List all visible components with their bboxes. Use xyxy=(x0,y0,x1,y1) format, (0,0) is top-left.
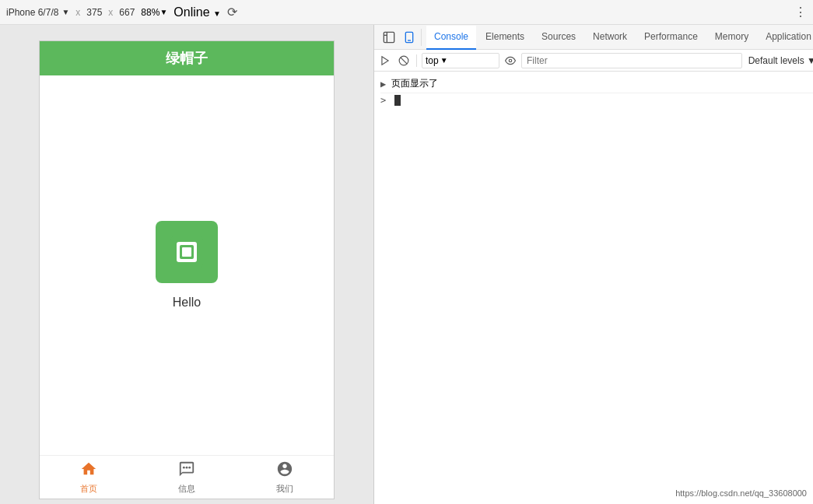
devtools-icon-group xyxy=(377,29,422,46)
console-prompt: > xyxy=(380,95,391,106)
width-value: 375 xyxy=(86,7,102,18)
svg-rect-10 xyxy=(405,32,412,42)
tab-performance-label: Performance xyxy=(644,31,698,42)
svg-line-14 xyxy=(401,57,407,63)
console-msg-text-0: 页面显示了 xyxy=(391,76,438,90)
tab-memory[interactable]: Memory xyxy=(707,26,756,50)
hello-text: Hello xyxy=(173,296,201,310)
phone-body: Hello xyxy=(40,75,334,455)
console-body: ▶ 页面显示了 > xyxy=(374,72,813,504)
svg-rect-3 xyxy=(182,247,191,257)
message-tab-label: 信息 xyxy=(178,483,195,495)
svg-point-6 xyxy=(188,466,191,468)
devtools-tabs: Console Elements Sources Network Perform… xyxy=(374,25,813,50)
console-cursor xyxy=(394,95,401,106)
phone-footer: 首页 信息 xyxy=(40,455,334,499)
app-icon xyxy=(156,221,218,283)
tab-home[interactable]: 首页 xyxy=(65,460,112,495)
device-emulation-button[interactable] xyxy=(401,29,418,46)
default-levels-selector[interactable]: Default levels ▼ xyxy=(745,55,813,66)
network-label: Online xyxy=(173,5,209,19)
rotate-icon[interactable]: ⟳ xyxy=(227,5,237,19)
mine-tab-label: 我们 xyxy=(276,483,293,495)
chat-icon xyxy=(178,460,195,481)
console-input-line[interactable]: > xyxy=(380,93,813,107)
tab-console[interactable]: Console xyxy=(426,26,476,50)
console-context-value: top xyxy=(426,55,439,66)
tab-application[interactable]: Application xyxy=(758,26,813,50)
svg-point-4 xyxy=(183,466,185,468)
phone-header: 绿帽子 xyxy=(40,41,334,75)
tab-performance[interactable]: Performance xyxy=(636,26,706,50)
home-icon xyxy=(80,460,97,481)
console-filter-input[interactable] xyxy=(521,53,742,68)
device-dropdown-icon: ▼ xyxy=(61,8,69,16)
devtools-panel: Console Elements Sources Network Perform… xyxy=(373,25,813,504)
console-divider-1 xyxy=(416,54,417,67)
home-tab-label: 首页 xyxy=(80,483,97,495)
separator-cross: x xyxy=(108,7,113,18)
device-name-label: iPhone 6/7/8 xyxy=(6,7,58,18)
expand-icon[interactable]: ▶ xyxy=(380,77,391,91)
tab-memory-label: Memory xyxy=(715,31,748,42)
tab-elements-label: Elements xyxy=(485,31,524,42)
console-context-selector[interactable]: top ▼ xyxy=(422,53,499,68)
app-icon-svg xyxy=(167,233,206,271)
phone-frame: 绿帽子 Hello xyxy=(39,40,335,499)
svg-rect-7 xyxy=(384,32,394,42)
console-toolbar: top ▼ Default levels ▼ xyxy=(374,50,813,72)
tab-console-label: Console xyxy=(434,31,468,42)
tab-network[interactable]: Network xyxy=(585,26,635,50)
person-icon xyxy=(276,460,293,481)
zoom-selector[interactable]: 88% ▼ xyxy=(141,7,167,18)
phone-app-title: 绿帽子 xyxy=(166,49,208,68)
tab-message[interactable]: 信息 xyxy=(163,460,210,495)
top-toolbar: iPhone 6/7/8 ▼ x 375 x 667 88% ▼ Online … xyxy=(0,0,813,25)
tab-network-label: Network xyxy=(593,31,627,42)
console-message-0: ▶ 页面显示了 xyxy=(380,75,813,93)
device-selector[interactable]: iPhone 6/7/8 ▼ xyxy=(6,7,69,18)
zoom-label: 88% xyxy=(141,7,159,18)
more-options-icon[interactable]: ⋮ xyxy=(794,5,807,19)
watermark: https://blog.csdn.net/qq_33608000 xyxy=(675,488,807,498)
tab-sources-label: Sources xyxy=(541,31,576,42)
svg-point-5 xyxy=(186,466,188,468)
network-selector[interactable]: Online ▼ xyxy=(173,5,221,19)
tab-application-label: Application xyxy=(766,31,811,42)
simulator-panel: 绿帽子 Hello xyxy=(0,25,373,504)
watermark-text: https://blog.csdn.net/qq_33608000 xyxy=(675,488,807,498)
height-value: 667 xyxy=(119,7,135,18)
tab-mine[interactable]: 我们 xyxy=(261,460,308,495)
separator-x: x xyxy=(75,7,80,18)
console-clear-button[interactable] xyxy=(396,53,412,68)
console-eye-button[interactable] xyxy=(503,53,518,68)
tab-sources[interactable]: Sources xyxy=(534,26,583,50)
svg-point-15 xyxy=(509,59,512,62)
svg-marker-12 xyxy=(382,56,388,65)
inspect-element-button[interactable] xyxy=(380,29,398,46)
console-play-button[interactable] xyxy=(377,53,393,68)
main-content: 绿帽子 Hello xyxy=(0,25,813,504)
tab-elements[interactable]: Elements xyxy=(478,26,532,50)
